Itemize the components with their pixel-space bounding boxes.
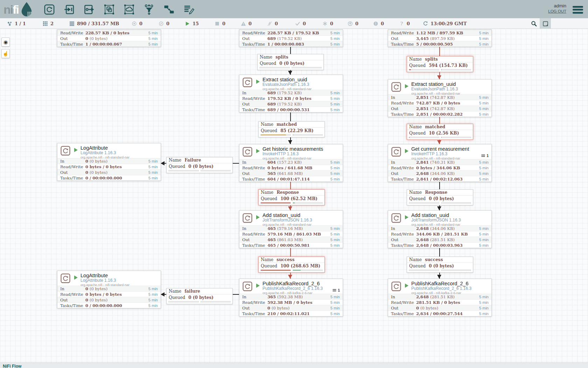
process-group-icon bbox=[104, 4, 114, 15]
palette-hand-pointer-icon[interactable]: ☝ bbox=[1, 49, 10, 58]
run-status-icon bbox=[256, 284, 260, 288]
toolbar-input-port-icon[interactable] bbox=[63, 4, 75, 15]
queued-value: 0 (0 bytes) bbox=[279, 61, 304, 66]
status-stopped-item: 0 bbox=[215, 18, 225, 29]
backpressure-count-bar bbox=[409, 270, 439, 271]
connection-arrow-icon bbox=[437, 75, 441, 79]
processor-name: Add station_uuid bbox=[262, 212, 340, 218]
connection-label-matched-mid[interactable]: Name matched Queued 85 (22.29 KB) bbox=[258, 121, 325, 137]
processor-name: Extract station_uuid bbox=[262, 77, 340, 82]
flow-canvas[interactable]: Name splits Queued 0 (0 bytes) Name spli… bbox=[0, 29, 588, 362]
toolbar-funnel-icon[interactable] bbox=[143, 4, 155, 15]
status-list-item: 890 / 331.57 MB bbox=[69, 18, 119, 29]
processor-stats: In2,648 (281.51 KB) 5 min Read/Write281.… bbox=[388, 294, 491, 316]
stat-row-read-write: Read/Write592.38 MB / 0 bytes 5 min bbox=[239, 299, 343, 305]
connection-name-row: Name splits bbox=[407, 56, 473, 62]
current-user: admin bbox=[548, 2, 566, 9]
breadcrumb[interactable]: NiFi Flow bbox=[0, 364, 21, 368]
run-status-icon bbox=[405, 149, 408, 153]
stat-row-read-write: Read/Write228.57 KB / 0 bytes 5 min bbox=[57, 30, 161, 35]
toolbar-template-icon[interactable] bbox=[163, 4, 175, 15]
processor-stats: In689 (179.52 KB) 5 min Read/Write179.52… bbox=[239, 90, 343, 112]
toolbar-output-port-icon[interactable] bbox=[83, 4, 95, 15]
connection-name-row: Name success bbox=[407, 257, 473, 263]
connection-label-response-mid[interactable]: Name Response Queued 100 (62.52 MB) bbox=[258, 189, 325, 205]
funnel-icon bbox=[144, 4, 154, 15]
toolbar-label-icon[interactable] bbox=[183, 4, 195, 15]
processor-get-current[interactable]: Get current measurement InvokeHTTP 1.16.… bbox=[388, 144, 492, 182]
backpressure-bars bbox=[409, 137, 471, 138]
stat-row-read-write: Read/Write579.16 MB / 861.03 MB 5 min bbox=[239, 231, 343, 237]
processor-publish-mid[interactable]: PublishKafkaRecord_2_6 PublishKafkaRecor… bbox=[239, 279, 343, 316]
search-button[interactable] bbox=[529, 19, 538, 28]
run-status-icon bbox=[256, 215, 260, 219]
stat-row-tasks-time: Tasks/Time2,841 / 00:02:12.063 5 min bbox=[388, 176, 491, 182]
status-bar: 1 / 12890 / 331.57 MB00150000000?013:00:… bbox=[0, 18, 588, 29]
not-transmitting-icon bbox=[159, 21, 164, 26]
status-count: 1 / 1 bbox=[15, 21, 26, 26]
processor-extract-right[interactable]: Extract station_uuid EvaluateJsonPath 1.… bbox=[388, 79, 492, 117]
stat-row-read-write: Read/Write0 bytes / 344.06 KB 5 min bbox=[388, 165, 491, 170]
processor-log-top[interactable]: LogAttribute LogAttribute 1.16.3 org.apa… bbox=[57, 143, 161, 181]
stale-icon bbox=[348, 21, 353, 26]
connection-queued-row: Queued 0 (0 bytes) bbox=[258, 60, 323, 66]
processor-type: EvaluateJsonPath 1.16.3 bbox=[411, 87, 489, 91]
stat-row-out: Out2,851 (742.87 KB) 5 min bbox=[388, 105, 491, 111]
connection-queued-row: Queued 0 (0 bytes) bbox=[167, 163, 232, 169]
panel-toggle-button[interactable] bbox=[540, 18, 551, 29]
palette-compass-icon[interactable]: ◉ bbox=[1, 38, 10, 47]
connection-arrow-icon bbox=[437, 206, 441, 210]
run-status-icon bbox=[74, 275, 78, 280]
processor-top-mid[interactable]: Read/Write228.57 KB / 179.52 KB 5 min Ou… bbox=[239, 29, 343, 47]
connection-label-failure-bottom[interactable]: Name failure Queued 0 (0 bytes) bbox=[166, 288, 233, 304]
processor-publish-right[interactable]: PublishKafkaRecord_2_6 PublishKafkaRecor… bbox=[388, 279, 492, 316]
processor-get-historic[interactable]: Get historic measurements InvokeHTTP 1.1… bbox=[239, 144, 343, 182]
processor-add-right[interactable]: Add station_uuid JoltTransformJSON 1.16.… bbox=[388, 210, 492, 248]
processor-top-left[interactable]: Read/Write228.57 KB / 0 bytes 5 min Out0… bbox=[57, 29, 161, 47]
stat-row-read-write: Read/Write0 bytes / 0 bytes 5 min bbox=[57, 291, 161, 297]
processor-extract-mid[interactable]: Extract station_uuid EvaluateJsonPath 1.… bbox=[239, 75, 343, 113]
processor-log-bottom[interactable]: LogAttribute LogAttribute 1.16.3 org.apa… bbox=[57, 271, 161, 308]
stat-window: 5 min bbox=[330, 306, 340, 310]
stat-row-tasks-time: Tasks/Time210 / 00:02:11.021 5 min bbox=[239, 311, 343, 316]
processor-stamp-icon bbox=[243, 281, 252, 291]
connection-label-failure-top[interactable]: Name Failure Queued 0 (0 bytes) bbox=[166, 157, 233, 173]
status-refresh-item[interactable]: 13:00:29 GMT bbox=[423, 18, 467, 29]
backpressure-count-bar bbox=[260, 134, 291, 136]
stat-row-out: Out689 (179.52 KB) 5 min bbox=[239, 101, 343, 107]
processor-header: PublishKafkaRecord_2_6 PublishKafkaRecor… bbox=[239, 279, 343, 294]
toolbar-processor-icon[interactable] bbox=[43, 4, 55, 15]
stat-window: 5 min bbox=[148, 165, 158, 169]
global-menu-icon[interactable] bbox=[573, 5, 583, 15]
connection-label-success-mid[interactable]: Name success Queued 100 (268.65 MB) bbox=[258, 257, 325, 273]
processor-add-mid[interactable]: Add station_uuid JoltTransformJSON 1.16.… bbox=[239, 210, 343, 248]
status-modified-stale-item: 0 bbox=[373, 18, 384, 29]
connection-name-row: Name Response bbox=[259, 190, 324, 196]
processor-type: InvokeHTTP 1.16.3 bbox=[411, 152, 489, 156]
th-badge-icon bbox=[332, 288, 336, 292]
processor-bundle: org.apache.nifi - nifi-kafka-2-6-nar bbox=[411, 291, 489, 295]
queued-value: 0 (0 bytes) bbox=[188, 295, 214, 300]
logout-link[interactable]: LOG OUT bbox=[548, 9, 566, 13]
connection-arrow-icon bbox=[161, 161, 164, 165]
connection-label-splits-right[interactable]: Name splits Queued 594 (154.73 KB) bbox=[407, 56, 473, 72]
connection-label-splits-mid[interactable]: Name splits Queued 0 (0 bytes) bbox=[257, 54, 324, 70]
connection-label-success-right[interactable]: Name success Queued 0 (0 bytes) bbox=[407, 257, 473, 273]
stat-row-tasks-time: Tasks/Time0 / 00:00:00.000 5 min bbox=[57, 302, 161, 308]
connection-name: splits bbox=[275, 55, 288, 60]
processor-bundle: org.apache.nifi - nifi-standard-nar bbox=[80, 155, 158, 159]
connection-label-matched-right[interactable]: Name matched Queued 10 (2.56 KB) bbox=[407, 124, 473, 140]
stat-window: 5 min bbox=[148, 159, 158, 163]
backpressure-bars bbox=[409, 270, 471, 271]
stat-row-out: Out689 (179.52 KB) 5 min bbox=[239, 35, 343, 41]
toolbar-remote-process-group-icon[interactable] bbox=[123, 4, 135, 15]
processor-stamp-icon bbox=[391, 213, 401, 223]
stat-row-out: Out0 (0 bytes) 5 min bbox=[239, 305, 343, 311]
backpressure-count-bar bbox=[168, 170, 199, 171]
toolbar-process-group-icon[interactable] bbox=[103, 4, 115, 15]
connection-label-response-right[interactable]: Name Response Queued 0 (0 bytes) bbox=[407, 189, 473, 205]
stat-window: 5 min bbox=[330, 108, 340, 112]
stat-window: 5 min bbox=[479, 171, 489, 176]
processor-top-right[interactable]: Read/Write1.12 MB / 897.59 KB 5 min Out3… bbox=[388, 29, 492, 47]
status-stale-item: 0 bbox=[348, 18, 358, 29]
